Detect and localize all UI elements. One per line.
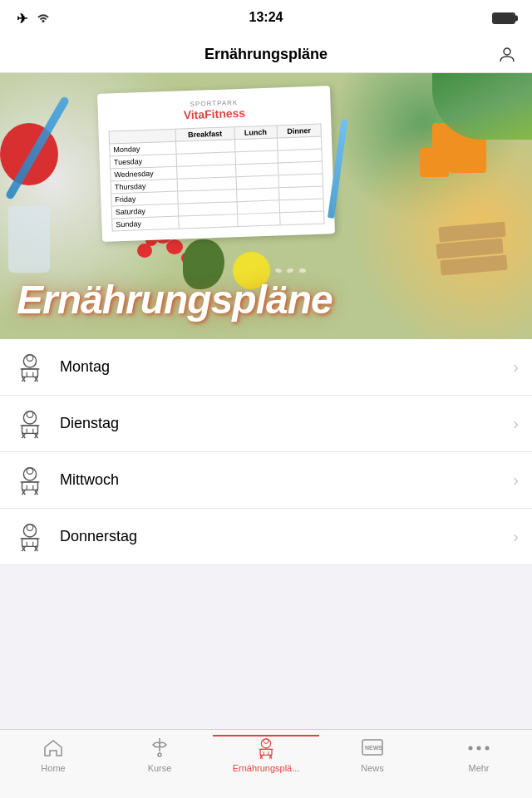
hero-image: SPORTPARK VitaFitness Breakfast Lunch Di… bbox=[0, 73, 532, 339]
status-time: 13:24 bbox=[249, 10, 283, 25]
list-item-montag[interactable]: Montag › bbox=[0, 339, 532, 396]
svg-point-57 bbox=[485, 746, 490, 751]
tab-news-label: News bbox=[361, 763, 384, 773]
nav-bar: Ernährungspläne bbox=[0, 37, 532, 73]
svg-point-44 bbox=[264, 739, 268, 744]
list-item-donnerstag[interactable]: Donnerstag › bbox=[0, 509, 532, 565]
hero-title: Ernährungspläne bbox=[17, 277, 515, 323]
list-item-dienstag[interactable]: Dienstag › bbox=[0, 396, 532, 452]
tab-kurse-label: Kurse bbox=[148, 763, 172, 773]
hero-overlay: Ernährungspläne bbox=[0, 277, 532, 323]
donnerstag-label: Donnerstag bbox=[60, 528, 513, 545]
battery-icon bbox=[492, 12, 515, 24]
news-icon: NEWS bbox=[361, 736, 384, 760]
chef-icon-montag bbox=[13, 351, 47, 384]
tab-mehr-label: Mehr bbox=[468, 763, 489, 773]
svg-rect-25 bbox=[22, 481, 38, 490]
svg-point-56 bbox=[477, 746, 481, 751]
nav-title: Ernährungspläne bbox=[204, 46, 328, 63]
svg-point-3 bbox=[27, 354, 33, 361]
airplane-icon: ✈ bbox=[17, 11, 27, 27]
svg-point-0 bbox=[42, 20, 45, 22]
mittwoch-label: Mittwoch bbox=[60, 471, 513, 489]
tab-home[interactable]: Home bbox=[0, 736, 106, 773]
tab-home-label: Home bbox=[41, 763, 65, 773]
chef-icon-mittwoch bbox=[13, 464, 47, 497]
chef-icon-dienstag bbox=[13, 407, 47, 441]
svg-point-1 bbox=[504, 48, 510, 55]
svg-point-42 bbox=[158, 753, 161, 756]
meal-plan-table: SPORTPARK VitaFitness Breakfast Lunch Di… bbox=[97, 86, 335, 242]
chevron-donnerstag: › bbox=[513, 527, 519, 546]
home-icon bbox=[42, 736, 65, 760]
ernaehrung-icon bbox=[254, 736, 278, 760]
kurse-icon bbox=[148, 736, 171, 760]
nutrition-table: Breakfast Lunch Dinner Monday Tuesday We… bbox=[109, 124, 325, 232]
svg-point-55 bbox=[469, 746, 473, 751]
svg-text:NEWS: NEWS bbox=[365, 745, 382, 751]
tab-ernaehrung-label: Ernährungsplä... bbox=[233, 763, 300, 773]
tab-bar: Home Kurse bbox=[0, 729, 532, 798]
svg-rect-5 bbox=[22, 368, 38, 377]
svg-point-33 bbox=[27, 524, 33, 530]
mehr-icon bbox=[467, 736, 490, 760]
svg-rect-46 bbox=[260, 749, 272, 755]
chevron-dienstag: › bbox=[513, 414, 519, 433]
chevron-mittwoch: › bbox=[513, 470, 519, 490]
svg-point-23 bbox=[27, 467, 33, 474]
status-left: ✈ bbox=[17, 11, 51, 27]
svg-point-13 bbox=[27, 411, 33, 417]
tab-ernaehrung[interactable]: Ernährungsplä... bbox=[213, 735, 319, 773]
svg-rect-15 bbox=[22, 425, 38, 433]
list-item-mittwoch[interactable]: Mittwoch › bbox=[0, 452, 532, 509]
profile-button[interactable] bbox=[495, 43, 519, 66]
tab-kurse[interactable]: Kurse bbox=[106, 736, 213, 773]
chef-icon-donnerstag bbox=[13, 520, 47, 554]
montag-label: Montag bbox=[60, 358, 513, 376]
list-section: Montag › Dienstag › bbox=[0, 339, 532, 565]
wifi-icon bbox=[36, 12, 51, 24]
status-bar: ✈ 13:24 bbox=[0, 0, 532, 37]
svg-rect-35 bbox=[22, 538, 38, 546]
status-right bbox=[492, 12, 515, 24]
tab-news[interactable]: NEWS News bbox=[319, 736, 426, 773]
dienstag-label: Dienstag bbox=[60, 415, 513, 432]
chevron-montag: › bbox=[513, 357, 519, 377]
tab-mehr[interactable]: Mehr bbox=[426, 736, 532, 773]
